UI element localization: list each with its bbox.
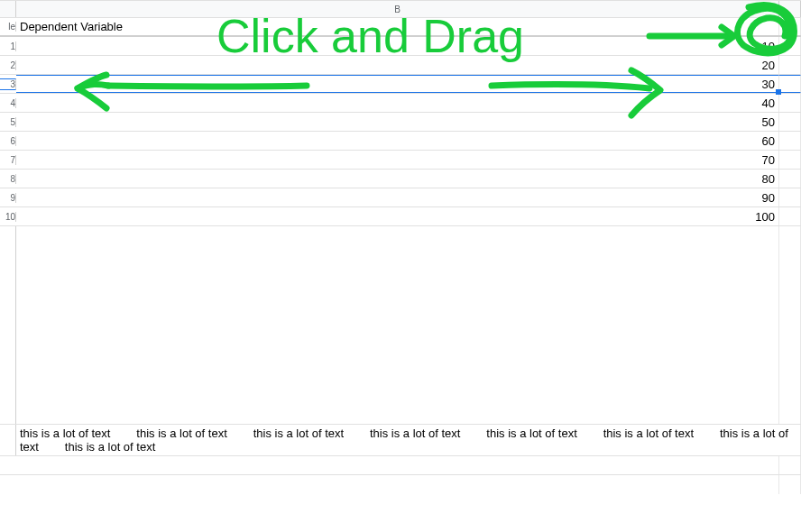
long-text-row[interactable]: this is a lot of text this is a lot of t… (0, 425, 801, 456)
blank-cell-C[interactable] (779, 226, 801, 424)
cell-value: 100 (755, 210, 775, 224)
row-header-longtext[interactable] (0, 425, 16, 455)
table-row[interactable]: 990 (0, 188, 801, 207)
cell-B[interactable]: 20 (16, 56, 779, 74)
long-text-cell[interactable]: this is a lot of text this is a lot of t… (16, 425, 801, 455)
cell-C[interactable] (779, 170, 801, 188)
column-header-bar: B (0, 0, 801, 18)
row-header[interactable]: 4 (0, 98, 16, 108)
cell-B[interactable]: 80 (16, 170, 779, 188)
cell-C[interactable] (779, 207, 801, 225)
row-header-blank[interactable] (0, 226, 16, 424)
long-text: this is a lot of text this is a lot of t… (20, 427, 791, 454)
cell-value: 80 (762, 172, 775, 186)
cell-C[interactable] (779, 94, 801, 112)
table-row[interactable]: 550 (0, 113, 801, 132)
cell-value: 20 (762, 59, 775, 72)
blank-cell-B[interactable] (16, 226, 779, 424)
cell-C[interactable] (779, 132, 801, 150)
cell-C[interactable] (779, 113, 801, 131)
col-header-B[interactable]: B (16, 1, 779, 17)
spreadsheet: B le Dependent Variable 1102203304405506… (0, 0, 801, 532)
cell-value: 60 (762, 134, 775, 148)
fill-handle[interactable] (776, 89, 781, 95)
trailing-row[interactable] (0, 475, 801, 494)
cell-B[interactable]: 30 (16, 75, 779, 93)
cell-B[interactable]: 70 (16, 151, 779, 169)
cell-B[interactable]: 10 (16, 37, 779, 55)
row-header[interactable]: 10 (0, 212, 16, 222)
row-header-partial-label[interactable]: le (0, 22, 16, 32)
cell-value: 40 (762, 96, 775, 110)
table-row[interactable]: 660 (0, 132, 801, 151)
cell-B[interactable]: 50 (16, 113, 779, 131)
cell-C[interactable] (779, 188, 801, 206)
cell-value: 90 (762, 191, 775, 205)
header-data-row[interactable]: le Dependent Variable (0, 18, 801, 37)
header-cell-B[interactable]: Dependent Variable (16, 18, 779, 35)
trailing-cell-C[interactable] (779, 475, 801, 494)
trailing-row[interactable] (0, 456, 801, 475)
table-row[interactable]: 880 (0, 170, 801, 188)
row-header[interactable]: 7 (0, 155, 16, 165)
header-cell-B-text: Dependent Variable (20, 20, 123, 33)
cell-B[interactable]: 90 (16, 188, 779, 206)
data-rows: 11022033044055066077088099010100 (0, 37, 801, 226)
row-header[interactable]: 6 (0, 136, 16, 146)
row-header[interactable]: 5 (0, 117, 16, 127)
cell-B[interactable]: 100 (16, 207, 779, 225)
cell-C[interactable] (779, 56, 801, 74)
partial-col-A-label: le (8, 22, 15, 32)
cell-value: 70 (762, 153, 775, 167)
table-row[interactable]: 770 (0, 151, 801, 170)
row-header[interactable]: 8 (0, 174, 16, 184)
cell-B[interactable]: 60 (16, 132, 779, 150)
cell-C[interactable] (779, 151, 801, 169)
table-row[interactable]: 110 (0, 37, 801, 56)
row-header[interactable]: 3 (0, 78, 16, 90)
col-header-C[interactable] (779, 1, 801, 17)
blank-area[interactable] (0, 226, 801, 425)
trailing-cell-B[interactable] (16, 475, 779, 494)
row-header[interactable]: 9 (0, 193, 16, 203)
cell-B[interactable]: 40 (16, 94, 779, 112)
col-header-partial-A[interactable] (0, 1, 16, 17)
table-row[interactable]: 440 (0, 94, 801, 113)
cell-value: 30 (762, 78, 775, 91)
row-header[interactable]: 1 (0, 41, 16, 51)
table-row[interactable]: 10100 (0, 207, 801, 226)
cell-value: 10 (762, 40, 775, 53)
row-header[interactable]: 2 (0, 60, 16, 70)
cell-C[interactable] (779, 37, 801, 55)
table-row[interactable]: 220 (0, 56, 801, 75)
trailing-cell-C[interactable] (779, 456, 801, 474)
trailing-cell-B[interactable] (16, 456, 779, 474)
cell-C[interactable] (779, 75, 801, 93)
table-row[interactable]: 330 (0, 75, 801, 94)
header-cell-C[interactable] (779, 18, 801, 35)
cell-value: 50 (762, 115, 775, 129)
col-B-label: B (394, 5, 400, 14)
